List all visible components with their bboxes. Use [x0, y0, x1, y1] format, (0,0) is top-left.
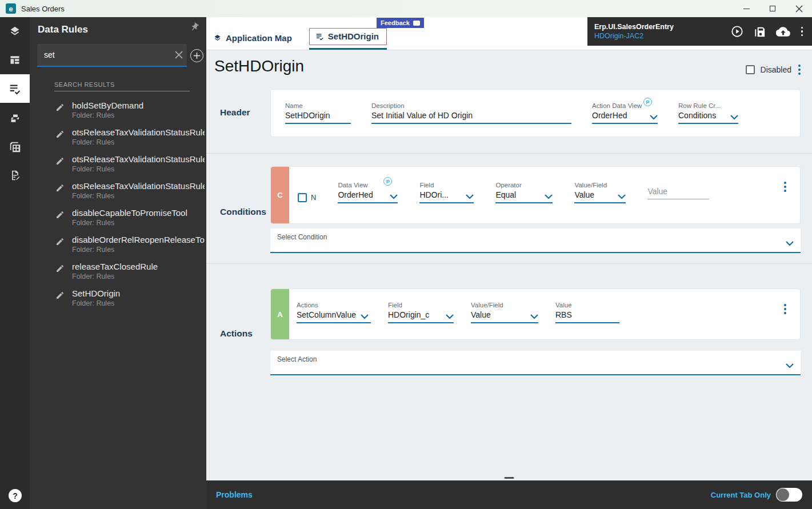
edit-icon — [55, 291, 65, 300]
chevron-down-icon — [466, 194, 474, 199]
chevron-down-icon — [446, 314, 454, 319]
rule-overflow-menu[interactable] — [797, 63, 802, 76]
maximize-button[interactable] — [759, 0, 786, 17]
application-window: e Sales Orders — [0, 0, 812, 509]
condition-operator-select[interactable]: Operator Equal — [495, 182, 553, 203]
search-results-header: SEARCH RESULTS — [54, 81, 115, 88]
action-valuefield-select[interactable]: Value/Field Value — [471, 302, 538, 323]
condition-row-menu[interactable] — [783, 181, 787, 193]
rule-name: releaseTaxClosedRule — [72, 262, 205, 271]
description-field[interactable]: Description Set Initial Value of HD Orig… — [371, 102, 571, 124]
feedback-label: Feedback — [381, 19, 410, 26]
problems-link[interactable]: Problems — [216, 490, 253, 499]
sidebar: ? Data Rules SEARCH RESULTS hold — [0, 17, 206, 509]
action-type-select[interactable]: Actions SetColumnValue — [297, 302, 371, 323]
field-value: HDOri... — [419, 190, 449, 199]
field-value: HDOrigin_c — [388, 310, 429, 319]
action-data-view-select[interactable]: P Action Data View OrderHed — [592, 102, 658, 124]
rule-folder: Folder: Rules — [72, 111, 114, 119]
list-item[interactable]: otsReleaseTaxValidationStatusRuleV Folde… — [53, 127, 205, 154]
field-label: Row Rule Cr... — [678, 102, 738, 109]
header-section-label: Header — [220, 107, 250, 118]
action-field-select[interactable]: Field HDOrigin_c — [388, 302, 454, 323]
condition-valuefield-select[interactable]: Value/Field Value — [574, 182, 626, 203]
list-item[interactable]: otsReleaseTaxValidationStatusRuleI Folde… — [53, 154, 205, 181]
chevron-down-icon — [650, 115, 658, 120]
panel-title: Data Rules — [38, 24, 88, 35]
save-button[interactable] — [753, 25, 766, 38]
field-value: OrderHed — [592, 111, 627, 120]
disabled-label: Disabled — [761, 65, 791, 74]
action-badge[interactable]: A — [271, 289, 289, 339]
rule-name: holdSetByDemand — [72, 101, 205, 110]
rule-editor: SetHDOrigin Disabled Header Name SetHDOr… — [206, 50, 812, 480]
main-area: Application Map SetHDOrigin Feedback Erp… — [206, 17, 812, 509]
play-circle-icon — [731, 25, 743, 38]
chevron-down-icon — [786, 360, 794, 371]
nav-layout-icon[interactable] — [0, 46, 30, 74]
minimize-icon — [743, 9, 750, 9]
select-action-dropdown[interactable]: Select Action — [270, 351, 801, 375]
tab-sethdorigin[interactable]: SetHDOrigin — [309, 28, 387, 45]
edit-icon — [55, 210, 65, 219]
search-input[interactable] — [37, 50, 171, 59]
current-tab-only-toggle[interactable] — [776, 488, 802, 502]
clear-icon — [175, 51, 183, 59]
publish-button[interactable] — [776, 25, 790, 39]
nav-document-edit-icon[interactable] — [0, 161, 30, 190]
row-rule-select[interactable]: Row Rule Cr... Conditions — [678, 102, 738, 124]
nav-application-map-icon[interactable] — [0, 17, 30, 46]
condition-field-select[interactable]: Field HDOri... — [419, 182, 474, 203]
list-item[interactable]: otsReleaseTaxValidationStatusRuleI Folde… — [53, 181, 205, 207]
list-item[interactable]: holdSetByDemand Folder: Rules — [53, 100, 205, 127]
feedback-button[interactable]: Feedback — [377, 18, 424, 28]
rule-name: disableCapableToPromiseTool — [72, 208, 205, 218]
condition-badge[interactable]: C — [271, 167, 289, 223]
field-value: Value — [574, 190, 594, 199]
disabled-checkbox[interactable] — [746, 65, 755, 74]
nav-grids-icon[interactable] — [0, 133, 30, 161]
parameter-badge-icon: P — [643, 98, 652, 106]
condition-value-input[interactable]: Value — [647, 187, 709, 203]
add-rule-button[interactable] — [190, 49, 203, 62]
field-value: OrderHed — [338, 190, 373, 199]
window-controls — [733, 0, 812, 17]
field-value: SetHDOrigin — [285, 111, 330, 120]
nav-event-flow-icon[interactable] — [0, 104, 30, 133]
app-overflow-menu[interactable] — [800, 26, 805, 38]
maximize-icon — [770, 6, 775, 11]
field-value: Set Initial Value of HD Origin — [371, 111, 473, 120]
data-rules-panel: Data Rules SEARCH RESULTS holdSetByDeman… — [30, 17, 206, 509]
clear-search-button[interactable] — [171, 51, 187, 59]
layer-id[interactable]: HDOrigin-JAC2 — [594, 31, 674, 41]
close-button[interactable] — [786, 0, 812, 17]
negate-checkbox[interactable] — [298, 193, 307, 202]
chevron-down-icon — [545, 194, 553, 199]
panel-resize-handle[interactable] — [505, 477, 514, 479]
condition-dataview-select[interactable]: P Data View OrderHed — [338, 182, 398, 203]
list-item[interactable]: disableCapableToPromiseTool Folder: Rule… — [53, 207, 205, 234]
nav-data-rules-icon[interactable] — [0, 74, 30, 103]
rule-name: SetHDOrigin — [72, 288, 205, 298]
chevron-down-icon — [730, 115, 738, 120]
list-item[interactable]: SetHDOrigin Folder: Rules — [53, 288, 205, 315]
rule-folder: Folder: Rules — [72, 219, 114, 227]
preview-button[interactable] — [731, 25, 743, 38]
action-row-menu[interactable] — [783, 303, 787, 315]
action-value-input[interactable]: Value RBS — [555, 302, 619, 323]
dropdown-placeholder: Select Condition — [277, 233, 327, 241]
pin-panel-button[interactable] — [190, 22, 199, 34]
field-label: Actions — [297, 302, 371, 308]
list-item[interactable]: disableOrderRelReopenReleaseTool Folder:… — [53, 234, 205, 261]
window-titlebar: e Sales Orders — [0, 0, 812, 17]
tab-label: Application Map — [226, 33, 292, 43]
name-field[interactable]: Name SetHDOrigin — [285, 102, 351, 124]
select-condition-dropdown[interactable]: Select Condition — [270, 229, 801, 253]
tab-application-map[interactable]: Application Map — [212, 31, 293, 45]
minimize-button[interactable] — [733, 0, 759, 17]
section-divider — [206, 263, 812, 264]
feedback-bubble-icon — [413, 21, 420, 26]
field-value: SetColumnValue — [297, 310, 356, 319]
help-button[interactable]: ? — [9, 489, 22, 502]
list-item[interactable]: releaseTaxClosedRule Folder: Rules — [53, 261, 205, 288]
